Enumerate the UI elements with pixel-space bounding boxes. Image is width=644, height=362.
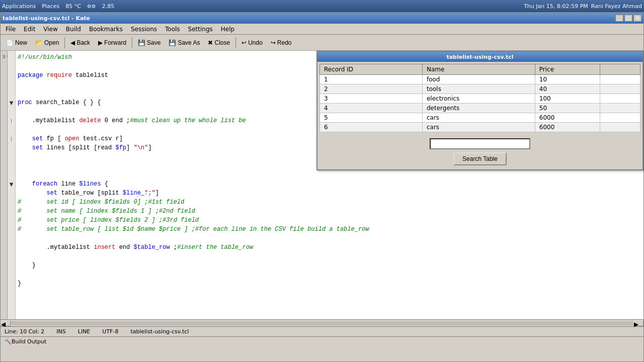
fold-9 bbox=[8, 125, 15, 134]
search-table-button[interactable]: Search Table bbox=[453, 152, 507, 165]
applications-menu[interactable]: Applications bbox=[2, 3, 36, 10]
menu-bookmarks[interactable]: Bookmarks bbox=[85, 25, 127, 34]
minimize-button[interactable]: _ bbox=[615, 15, 623, 22]
menu-file[interactable]: File bbox=[2, 25, 20, 34]
col-name[interactable]: Name bbox=[422, 64, 535, 75]
table-row[interactable]: 1food10 bbox=[320, 75, 640, 84]
menu-tools[interactable]: Tools bbox=[161, 25, 184, 34]
scroll-track[interactable] bbox=[11, 321, 633, 325]
table-cell-3-2: 50 bbox=[535, 104, 600, 113]
table-cell-2-0: 3 bbox=[320, 94, 423, 104]
cpu-icon: ⚙⚙ bbox=[87, 4, 96, 9]
close-button[interactable]: ✕ bbox=[633, 15, 641, 22]
window-title: tablelist-using-csv.tcl - Kate bbox=[3, 15, 90, 22]
build-output-icon: 🔨 bbox=[5, 338, 12, 345]
table-cell-3-extra bbox=[600, 104, 640, 113]
open-button[interactable]: 📂 Open bbox=[32, 36, 62, 49]
table-cell-0-1: food bbox=[422, 75, 535, 84]
save-icon: 💾 bbox=[138, 39, 145, 46]
save-button[interactable]: 💾 Save bbox=[134, 36, 164, 49]
table-window: tablelist-using-csv.tcl Record ID Name P… bbox=[316, 51, 643, 170]
new-button[interactable]: 📄 New bbox=[3, 36, 31, 49]
status-bar: Line: 10 Col: 2 INS LINE UTF-8 tablelist… bbox=[1, 326, 643, 336]
undo-button[interactable]: ↩ Undo bbox=[238, 36, 266, 49]
fold-17 bbox=[8, 198, 15, 207]
fold-26 bbox=[8, 279, 15, 288]
table-cell-0-0: 1 bbox=[320, 75, 423, 84]
table-body: 1food102tools403electronics1004detergent… bbox=[320, 75, 640, 132]
table-cell-3-1: detergents bbox=[422, 104, 535, 113]
menu-edit[interactable]: Edit bbox=[20, 25, 39, 34]
table-cell-1-0: 2 bbox=[320, 84, 423, 94]
filename-status: tablelist-using-csv.tcl bbox=[128, 328, 191, 335]
fold-6[interactable]: ▼ bbox=[8, 98, 15, 107]
table-row[interactable]: 3electronics100 bbox=[320, 94, 640, 104]
fold-25 bbox=[8, 270, 15, 279]
fold-18 bbox=[8, 207, 15, 216]
fold-13 bbox=[8, 161, 15, 170]
save-as-label: Save As bbox=[178, 39, 200, 46]
datetime-display: Thu Jan 15, 8:02:59 PM bbox=[524, 3, 588, 10]
table-row[interactable]: 2tools40 bbox=[320, 84, 640, 94]
line-col-status: Line: 10 Col: 2 bbox=[3, 328, 46, 335]
forward-label: Forward bbox=[104, 39, 126, 46]
toolbar-sep-1 bbox=[64, 37, 65, 48]
menu-build[interactable]: Build bbox=[62, 25, 85, 34]
taskbar-left: Applications Places 85 °C ⚙⚙ 2.85 bbox=[2, 3, 114, 10]
horizontal-scrollbar[interactable]: ◀ ▶ bbox=[1, 319, 643, 326]
fold-4 bbox=[8, 80, 15, 89]
menu-help[interactable]: Help bbox=[217, 25, 238, 34]
menu-settings[interactable]: Settings bbox=[184, 25, 217, 34]
table-cell-0-2: 10 bbox=[535, 75, 600, 84]
table-row[interactable]: 5cars6000 bbox=[320, 113, 640, 123]
search-input[interactable] bbox=[430, 138, 530, 149]
table-row[interactable]: 6cars6000 bbox=[320, 123, 640, 132]
fold-11 bbox=[8, 143, 15, 152]
col-extra bbox=[600, 64, 640, 75]
col-record-id[interactable]: Record ID bbox=[320, 64, 423, 75]
fold-14 bbox=[8, 170, 15, 179]
col-price[interactable]: Price bbox=[535, 64, 600, 75]
forward-button[interactable]: ▶ Forward bbox=[95, 36, 130, 49]
table-cell-2-extra bbox=[600, 94, 640, 104]
redo-label: Redo bbox=[277, 39, 292, 46]
places-menu[interactable]: Places bbox=[42, 3, 59, 10]
fold-15[interactable]: ▼ bbox=[8, 179, 15, 189]
ins-mode-status: INS bbox=[54, 328, 67, 335]
close-file-button[interactable]: ✖ Close bbox=[204, 36, 233, 49]
scroll-right-btn[interactable]: ▶ bbox=[633, 320, 643, 326]
close-file-label: Close bbox=[214, 39, 230, 46]
redo-icon: ↪ bbox=[271, 39, 276, 46]
fold-2 bbox=[8, 62, 15, 71]
scroll-left-btn[interactable]: ◀ bbox=[1, 320, 11, 326]
data-table: Record ID Name Price 1food102tools403ele… bbox=[319, 64, 640, 132]
table-cell-4-1: cars bbox=[422, 113, 535, 123]
fold-1 bbox=[8, 53, 15, 62]
table-window-title: tablelist-using-csv.tcl bbox=[317, 52, 642, 62]
table-cell-1-2: 40 bbox=[535, 84, 600, 94]
table-cell-5-extra bbox=[600, 123, 640, 132]
menu-sessions[interactable]: Sessions bbox=[127, 25, 161, 34]
maximize-button[interactable]: □ bbox=[624, 15, 632, 22]
redo-button[interactable]: ↪ Redo bbox=[267, 36, 295, 49]
new-label: New bbox=[15, 39, 27, 46]
fold-gutter: ▼ | | ▼ bbox=[8, 51, 16, 319]
table-cell-1-extra bbox=[600, 84, 640, 94]
table-cell-5-2: 6000 bbox=[535, 123, 600, 132]
table-cell-5-1: cars bbox=[422, 123, 535, 132]
back-button[interactable]: ◀ Back bbox=[67, 36, 94, 49]
build-output-tab[interactable]: 🔨 Build Output bbox=[1, 336, 643, 346]
save-as-button[interactable]: 💾 Save As bbox=[165, 36, 203, 49]
table-cell-4-2: 6000 bbox=[535, 113, 600, 123]
table-cell-5-0: 6 bbox=[320, 123, 423, 132]
open-icon: 📂 bbox=[35, 39, 43, 46]
table-row[interactable]: 4detergents50 bbox=[320, 104, 640, 113]
menu-view[interactable]: View bbox=[39, 25, 61, 34]
line-type-status: LINE bbox=[76, 328, 93, 335]
encoding-status: UTF-8 bbox=[100, 328, 120, 335]
fold-8: | bbox=[8, 116, 15, 125]
back-icon: ◀ bbox=[70, 39, 75, 46]
fold-3 bbox=[8, 71, 15, 80]
undo-label: Undo bbox=[248, 39, 263, 46]
save-label: Save bbox=[147, 39, 160, 46]
